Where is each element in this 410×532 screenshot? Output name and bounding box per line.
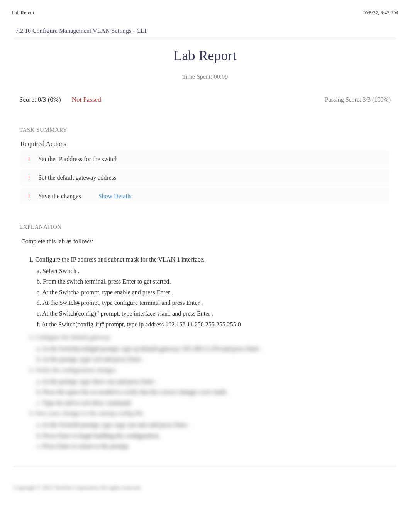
alert-icon: ! bbox=[27, 156, 30, 162]
substep-a: a. Select Switch . bbox=[37, 266, 396, 276]
breadcrumb: 7.2.10 Configure Management VLAN Setting… bbox=[14, 27, 396, 34]
substep-b: b. From the switch terminal, press Enter… bbox=[37, 277, 396, 287]
blurred-content: 2. Configure the default gateway. a. At … bbox=[29, 332, 396, 451]
substep-f: f. At the Switch(config-if)# prompt, typ… bbox=[37, 320, 396, 330]
score-row: Score: 0/3 (0%) Not Passed Passing Score… bbox=[14, 96, 396, 104]
passing-score: Passing Score: 3/3 (100%) bbox=[325, 96, 391, 103]
steps-list: 1. Configure the IP address and subnet m… bbox=[19, 255, 396, 451]
divider bbox=[14, 466, 396, 467]
step-4-title: 4. Save your changes to the startup-conf… bbox=[29, 408, 396, 418]
blurred-substep: a. At the Switch# prompt, type copy run … bbox=[37, 420, 396, 430]
blurred-substep: c. Type do end to exit show command. bbox=[37, 398, 396, 408]
alert-icon: ! bbox=[27, 193, 30, 199]
substep-e: e. At the Switch(config)# prompt, type i… bbox=[37, 309, 396, 319]
substeps: a. Select Switch . b. From the switch te… bbox=[29, 266, 396, 330]
action-item: ! Set the IP address for the switch bbox=[20, 151, 390, 167]
blurred-substep: b. At the prompt, type exit and press En… bbox=[37, 354, 396, 364]
score-status: Not Passed bbox=[72, 96, 101, 104]
blurred-substep: b. Press Enter to begin building the con… bbox=[37, 431, 396, 441]
copyright: Copyright © 2022 TestOut Corporation All… bbox=[0, 475, 410, 495]
action-text: Set the default gateway address bbox=[38, 174, 116, 181]
header-left: Lab Report bbox=[12, 10, 34, 16]
action-item: ! Set the default gateway address bbox=[20, 170, 390, 186]
step-2-title: 2. Configure the default gateway. bbox=[29, 332, 396, 342]
action-text: Save the changes bbox=[38, 193, 81, 200]
explanation-intro: Complete this lab as follows: bbox=[19, 238, 396, 245]
alert-icon: ! bbox=[27, 175, 30, 181]
explanation-heading: EXPLANATION bbox=[19, 224, 396, 230]
divider bbox=[14, 37, 396, 40]
page-header: Lab Report 10/8/22, 8:42 AM bbox=[0, 0, 410, 20]
score-left: Score: 0/3 (0%) Not Passed bbox=[19, 96, 101, 104]
substep-c: c. At the Switch> prompt, type enable an… bbox=[37, 287, 396, 297]
header-right: 10/8/22, 8:42 AM bbox=[363, 10, 398, 16]
time-spent: Time Spent: 00:09 bbox=[14, 73, 396, 80]
blurred-substep: b. Press the space bar as needed to veri… bbox=[37, 387, 396, 397]
score-value: Score: 0/3 (0%) bbox=[19, 96, 61, 104]
required-actions-title: Required Actions bbox=[14, 140, 396, 148]
blurred-substep: a. At the prompt, type show run and pres… bbox=[37, 377, 396, 387]
content: 7.2.10 Configure Management VLAN Setting… bbox=[0, 20, 410, 460]
show-details-link[interactable]: Show Details bbox=[98, 193, 132, 200]
task-summary-heading: TASK SUMMARY bbox=[14, 127, 396, 133]
blurred-substep: a. At the Switch(config)# prompt, type i… bbox=[37, 344, 396, 354]
page-title: Lab Report bbox=[14, 48, 396, 64]
step-1-title: 1. Configure the IP address and subnet m… bbox=[29, 255, 396, 265]
step-3-title: 3. Verify the configuration changes. bbox=[29, 365, 396, 375]
explanation-section: EXPLANATION Complete this lab as follows… bbox=[14, 224, 396, 451]
blurred-substep: c. Press Enter to return to the prompt. bbox=[37, 441, 396, 451]
substep-d: d. At the Switch# prompt, type configure… bbox=[37, 298, 396, 308]
action-text: Set the IP address for the switch bbox=[38, 156, 118, 163]
action-item: ! Save the changes Show Details bbox=[20, 188, 390, 204]
